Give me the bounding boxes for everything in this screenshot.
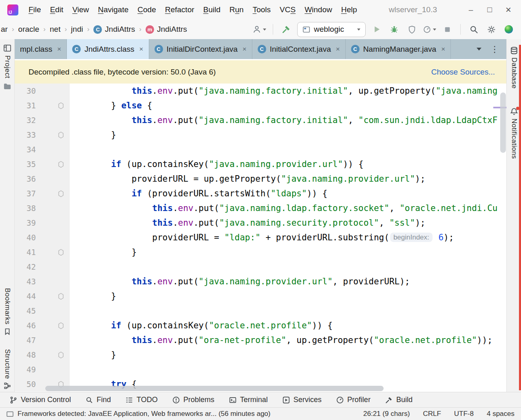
fold-marker-icon[interactable] xyxy=(36,98,70,113)
menu-code[interactable]: Code xyxy=(133,3,160,16)
menu-run[interactable]: Run xyxy=(225,3,248,16)
line-number[interactable]: 41 xyxy=(15,245,36,259)
line-number[interactable]: 47 xyxy=(15,333,36,347)
more-options-icon[interactable]: ⋮ xyxy=(490,44,499,54)
line-separator-widget[interactable]: CRLF xyxy=(423,410,441,418)
maximize-button[interactable]: □ xyxy=(480,0,499,20)
breadcrumb-item-jndiattrs-4[interactable]: CJndiAttrs xyxy=(93,25,135,34)
tab-close-icon[interactable]: × xyxy=(57,45,61,53)
tool-button-profiler[interactable]: Profiler xyxy=(336,396,371,404)
caret-position-widget[interactable]: 26:21 (9 chars) xyxy=(363,410,410,418)
fold-marker-icon[interactable] xyxy=(36,245,70,259)
tab-initialcontext-java[interactable]: CInitialContext.java× xyxy=(252,39,346,59)
run-button[interactable] xyxy=(370,23,383,36)
tool-button-terminal[interactable]: Terminal xyxy=(229,396,268,404)
tab-close-icon[interactable]: × xyxy=(139,45,143,53)
line-number[interactable]: 30 xyxy=(15,84,36,98)
tab-close-icon[interactable]: × xyxy=(336,45,340,53)
build-project-button[interactable] xyxy=(280,23,293,36)
menu-edit[interactable]: Edit xyxy=(46,3,68,16)
encoding-widget[interactable]: UTF-8 xyxy=(454,410,474,418)
line-number[interactable]: 42 xyxy=(15,259,36,274)
tab-jndiattrs-class[interactable]: CJndiAttrs.class× xyxy=(67,39,149,59)
breadcrumb-item-net-2[interactable]: net xyxy=(50,25,60,34)
tool-button-services[interactable]: Services xyxy=(283,396,322,404)
stop-button[interactable] xyxy=(441,23,454,36)
code-editor[interactable]: 30 this.env.put("java.naming.factory.ini… xyxy=(15,84,506,392)
fold-marker-icon[interactable] xyxy=(36,186,70,201)
line-number[interactable]: 35 xyxy=(15,157,36,172)
coverage-button[interactable] xyxy=(405,23,418,36)
tool-button-structure[interactable]: Structure xyxy=(3,349,11,379)
tab-namingmanager-java[interactable]: CNamingManager.java× xyxy=(346,39,451,59)
tool-button-notifications[interactable]: Notifications xyxy=(510,119,518,159)
menu-window[interactable]: Window xyxy=(300,3,337,16)
close-button[interactable]: × xyxy=(499,0,518,20)
menu-file[interactable]: File xyxy=(24,3,46,16)
line-number[interactable]: 49 xyxy=(15,362,36,377)
menu-navigate[interactable]: Navigate xyxy=(93,3,133,16)
choose-sources-link[interactable]: Choose Sources... xyxy=(431,68,495,77)
vertical-scrollbar[interactable] xyxy=(500,92,506,153)
line-number[interactable]: 43 xyxy=(15,274,36,289)
line-number[interactable]: 50 xyxy=(15,377,36,391)
line-number[interactable]: 45 xyxy=(15,303,36,318)
line-number[interactable]: 46 xyxy=(15,318,36,333)
folder-icon[interactable] xyxy=(3,82,11,90)
hide-tabs-chevron-icon[interactable] xyxy=(477,48,481,51)
menu-help[interactable]: Help xyxy=(337,3,362,16)
menu-tools[interactable]: Tools xyxy=(248,3,275,16)
tab-mpl-class[interactable]: mpl.class× xyxy=(15,39,67,59)
tool-button-bookmarks[interactable]: Bookmarks xyxy=(3,288,11,325)
code-line-47: 47 this.env.put("ora-net-profile", up.ge… xyxy=(15,333,506,347)
run-config-selector[interactable]: weblogic xyxy=(297,22,366,37)
tool-button-project[interactable]: Project xyxy=(3,55,11,78)
tool-button-todo[interactable]: TODO xyxy=(126,396,158,404)
tab-initialdircontext-java[interactable]: CInitialDirContext.java× xyxy=(149,39,252,59)
tool-button-database[interactable]: Database xyxy=(510,57,518,89)
profiler-button[interactable] xyxy=(423,23,436,36)
gradle-sphere-button[interactable] xyxy=(502,23,515,36)
breadcrumb-item-oracle-1[interactable]: oracle xyxy=(18,25,40,34)
tab-close-icon[interactable]: × xyxy=(243,45,247,53)
breadcrumb-item-jndiattrs-5[interactable]: mJndiAttrs xyxy=(146,25,187,34)
indent-widget[interactable]: 4 spaces xyxy=(487,410,514,418)
breadcrumb-item-ar-0[interactable]: ar xyxy=(1,25,8,34)
fold-marker-icon[interactable] xyxy=(36,318,70,333)
notifications-bell-icon[interactable] xyxy=(510,108,518,116)
settings-button[interactable] xyxy=(485,23,498,36)
line-number[interactable]: 32 xyxy=(15,113,36,128)
tool-button-problems[interactable]: Problems xyxy=(172,396,214,404)
fold-marker-icon[interactable] xyxy=(36,347,70,362)
line-number[interactable]: 37 xyxy=(15,186,36,201)
project-tool-icon[interactable] xyxy=(3,44,11,52)
minimize-button[interactable]: – xyxy=(461,0,480,20)
menu-view[interactable]: View xyxy=(68,3,93,16)
line-number[interactable]: 39 xyxy=(15,215,36,230)
search-everywhere-button[interactable] xyxy=(467,23,480,36)
status-message-area[interactable]: Frameworks detected: JavaEE Application,… xyxy=(7,410,270,418)
line-number[interactable]: 33 xyxy=(15,128,36,142)
line-number[interactable]: 36 xyxy=(15,172,36,186)
debug-button[interactable] xyxy=(388,23,401,36)
fold-marker-icon[interactable] xyxy=(36,157,70,172)
code-line-text: } xyxy=(70,347,116,362)
line-number[interactable]: 38 xyxy=(15,201,36,215)
menu-vcs[interactable]: VCS xyxy=(275,3,300,16)
tab-close-icon[interactable]: × xyxy=(441,45,445,53)
line-number[interactable]: 31 xyxy=(15,98,36,113)
line-number[interactable]: 34 xyxy=(15,142,36,157)
menu-build[interactable]: Build xyxy=(199,3,225,16)
menu-refactor[interactable]: Refactor xyxy=(161,3,199,16)
fold-marker-icon[interactable] xyxy=(36,128,70,142)
breadcrumb-item-jndi-3[interactable]: jndi xyxy=(71,25,83,34)
tool-button-build[interactable]: Build xyxy=(385,396,413,404)
line-number[interactable]: 44 xyxy=(15,289,36,303)
user-menu-button[interactable] xyxy=(252,23,266,36)
tool-button-find[interactable]: Find xyxy=(86,396,111,404)
fold-marker-icon[interactable] xyxy=(36,289,70,303)
line-number[interactable]: 48 xyxy=(15,347,36,362)
horizontal-scrollbar[interactable] xyxy=(45,386,384,391)
line-number[interactable]: 40 xyxy=(15,230,36,245)
tool-button-version-control[interactable]: Version Control xyxy=(10,396,71,404)
